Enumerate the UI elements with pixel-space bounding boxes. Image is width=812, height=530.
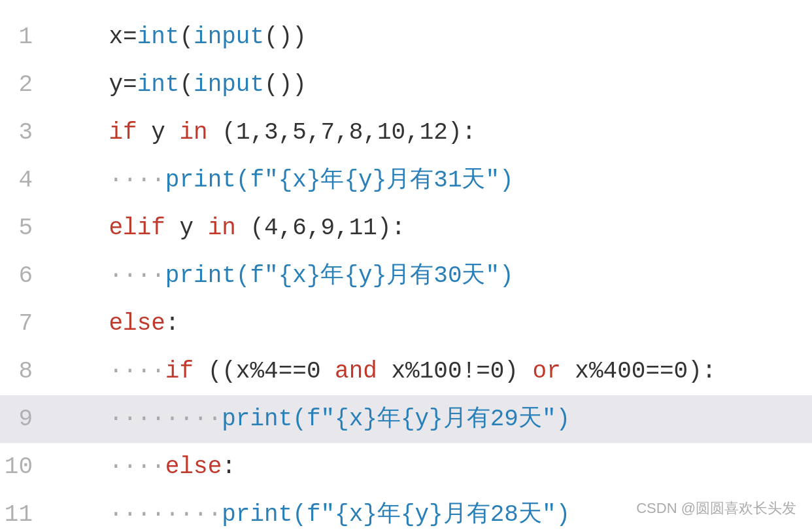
code-segment: x%400==0): xyxy=(561,358,717,385)
code-segment: x xyxy=(52,24,123,50)
code-segment: ()) xyxy=(264,24,307,50)
line-content-1: x=int(input()) xyxy=(52,16,812,58)
code-segment: (f"{x}年{y}月有30天") xyxy=(236,262,514,289)
code-line-4: 4 ····print(f"{x}年{y}月有31天") xyxy=(0,156,812,204)
line-content-7: else: xyxy=(52,302,812,345)
code-segment: print xyxy=(222,501,292,528)
code-segment: print xyxy=(165,262,236,289)
code-segment: ((x%4==0 xyxy=(194,358,335,385)
line-number-11: 11 xyxy=(0,493,52,530)
code-segment: ········ xyxy=(52,406,222,433)
line-content-9: ········print(f"{x}年{y}月有29天") xyxy=(52,398,812,440)
code-segment: else xyxy=(165,453,222,480)
code-segment: y xyxy=(137,119,180,146)
code-segment: int xyxy=(137,24,180,50)
code-segment: ···· xyxy=(52,167,165,194)
code-segment: if xyxy=(109,119,137,146)
watermark: CSDN @圆圆喜欢长头发 xyxy=(636,499,796,518)
code-segment: ( xyxy=(179,71,194,98)
code-line-9: 9 ········print(f"{x}年{y}月有29天") xyxy=(0,395,812,443)
code-segment: y xyxy=(165,215,208,241)
code-segment: y xyxy=(52,71,123,98)
code-segment xyxy=(52,310,109,337)
code-line-2: 2 y=int(input()) xyxy=(0,61,812,109)
code-segment: (f"{x}年{y}月有29天") xyxy=(292,406,570,433)
code-segment: print xyxy=(222,406,292,433)
line-number-8: 8 xyxy=(0,350,52,393)
code-segment: in xyxy=(179,119,207,146)
code-segment: : xyxy=(392,215,406,241)
line-number-9: 9 xyxy=(0,398,52,440)
line-number-4: 4 xyxy=(0,159,52,202)
code-segment: input xyxy=(194,71,264,98)
code-segment: or xyxy=(533,358,561,385)
code-segment xyxy=(52,215,109,241)
code-segment: = xyxy=(123,24,137,50)
code-line-7: 7 else: xyxy=(0,300,812,347)
line-content-8: ····if ((x%4==0 and x%100!=0) or x%400==… xyxy=(52,350,812,393)
code-segment: input xyxy=(194,24,264,50)
code-segment xyxy=(52,119,109,146)
code-segment: elif xyxy=(109,215,165,241)
line-number-7: 7 xyxy=(0,302,52,345)
code-segment: ( xyxy=(179,24,194,50)
code-line-6: 6 ····print(f"{x}年{y}月有30天") xyxy=(0,252,812,300)
line-content-5: elif y in (4,6,9,11): xyxy=(52,207,812,249)
code-segment: (f"{x}年{y}月有28天") xyxy=(292,501,570,528)
code-segment: = xyxy=(123,71,137,98)
code-segment: ()) xyxy=(264,71,307,98)
code-segment: (1,3,5,7,8,10,12) xyxy=(208,119,462,146)
line-number-3: 3 xyxy=(0,111,52,154)
code-segment: : xyxy=(462,119,477,146)
line-number-1: 1 xyxy=(0,16,52,58)
code-segment: ···· xyxy=(52,358,165,385)
code-segment: if xyxy=(165,358,194,385)
line-number-10: 10 xyxy=(0,446,52,488)
code-segment: and xyxy=(335,358,377,385)
code-segment: print xyxy=(165,167,236,194)
line-content-6: ····print(f"{x}年{y}月有30天") xyxy=(52,255,812,297)
line-number-6: 6 xyxy=(0,255,52,297)
line-number-2: 2 xyxy=(0,63,52,106)
code-line-10: 10 ····else: xyxy=(0,443,812,491)
code-segment: : xyxy=(165,310,180,337)
code-segment: (4,6,9,11) xyxy=(236,215,392,241)
code-line-3: 3 if y in (1,3,5,7,8,10,12): xyxy=(0,109,812,156)
code-segment: ········ xyxy=(52,501,222,528)
code-segment: (f"{x}年{y}月有31天") xyxy=(236,167,514,194)
code-line-1: 1 x=int(input()) xyxy=(0,13,812,61)
code-line-8: 8 ····if ((x%4==0 and x%100!=0) or x%400… xyxy=(0,347,812,395)
code-segment: else xyxy=(109,310,165,337)
code-segment: ···· xyxy=(52,453,165,480)
code-segment: : xyxy=(222,453,236,480)
code-container: 1 x=int(input())2 y=int(input())3 if y i… xyxy=(0,0,812,530)
line-content-4: ····print(f"{x}年{y}月有31天") xyxy=(52,159,812,202)
line-content-2: y=int(input()) xyxy=(52,63,812,106)
code-segment: int xyxy=(137,71,180,98)
code-segment: x%100!=0) xyxy=(377,358,533,385)
line-number-5: 5 xyxy=(0,207,52,249)
code-segment: in xyxy=(208,215,236,241)
code-line-5: 5 elif y in (4,6,9,11): xyxy=(0,204,812,252)
code-segment: ···· xyxy=(52,262,165,289)
line-content-3: if y in (1,3,5,7,8,10,12): xyxy=(52,111,812,154)
line-content-10: ····else: xyxy=(52,446,812,488)
